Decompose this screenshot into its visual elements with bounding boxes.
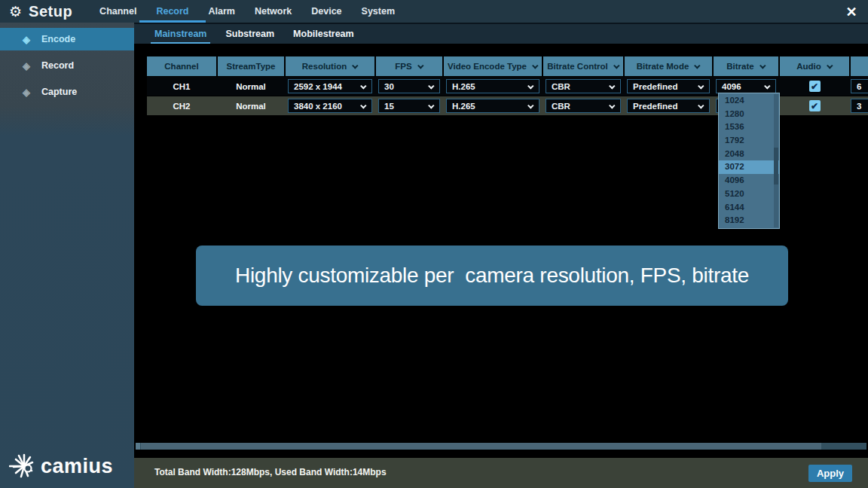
nav-item-alarm[interactable]: Alarm — [209, 0, 235, 23]
chevron-down-icon — [428, 83, 434, 89]
bitrate-option-selected[interactable]: 3072 — [719, 160, 779, 174]
bitrate-option[interactable]: 5120 — [719, 188, 779, 201]
setup-window: ⚙ Setup Channel Record Alarm Network Dev… — [0, 0, 868, 488]
top-navigation: Channel Record Alarm Network Device Syst… — [99, 0, 395, 23]
chevron-down-icon — [527, 102, 533, 108]
bitrate-option[interactable]: 4096 — [719, 174, 779, 188]
info-banner: Highly customizable per camera resolutio… — [196, 246, 788, 306]
header-streamtype: StreamType — [218, 56, 284, 76]
streamtype-label: Normal — [218, 96, 284, 115]
nav-item-system[interactable]: System — [362, 0, 395, 23]
header-iframe-cut: I — [851, 56, 868, 76]
bottom-bar: Total Band Width:128Mbps, Used Band Widt… — [134, 458, 868, 488]
encode-icon: ◈ — [23, 35, 30, 44]
gear-icon: ⚙ — [9, 5, 22, 19]
chevron-down-icon — [698, 102, 704, 108]
chevron-down-icon — [609, 102, 615, 108]
chevron-down-icon — [352, 63, 358, 69]
bitrate-option[interactable]: 2048 — [719, 148, 779, 161]
chevron-down-icon — [360, 83, 366, 89]
brand-name: camius — [41, 455, 113, 478]
chevron-down-icon — [760, 63, 766, 69]
top-bar: ⚙ Setup Channel Record Alarm Network Dev… — [0, 0, 868, 23]
bitrate-select[interactable]: 4096 — [716, 79, 776, 93]
bitrate-control-select[interactable]: CBR — [546, 79, 621, 93]
bitrate-mode-select[interactable]: Predefined — [627, 79, 710, 93]
bitrate-option[interactable]: 1280 — [719, 108, 779, 121]
sidebar: ◈ Encode ◈ Record ◈ Capture — [0, 23, 134, 488]
chevron-down-icon — [764, 83, 770, 89]
audio-checkbox[interactable]: ✔ — [809, 81, 821, 92]
banner-text: Highly customizable per camera resolutio… — [235, 264, 749, 288]
dropdown-scrollbar[interactable] — [774, 94, 778, 227]
chevron-down-icon — [609, 83, 615, 89]
horizontal-scrollbar-thumb[interactable] — [141, 443, 821, 450]
video-encode-type-select[interactable]: H.265 — [446, 79, 539, 93]
starburst-icon — [9, 450, 39, 482]
scrollbar-left-cap — [136, 443, 140, 450]
iframe-select-cut[interactable]: 3 — [851, 99, 868, 113]
tab-mobilestream[interactable]: Mobilestream — [289, 24, 358, 44]
chevron-down-icon — [527, 83, 533, 89]
nav-item-network[interactable]: Network — [255, 0, 292, 23]
sidebar-item-label: Capture — [41, 87, 77, 97]
bitrate-control-select[interactable]: CBR — [546, 99, 621, 113]
bitrate-option[interactable]: 1024 — [719, 94, 779, 108]
fps-select[interactable]: 30 — [378, 79, 440, 93]
check-icon: ✔ — [811, 102, 818, 111]
header-fps[interactable]: FPS — [376, 56, 442, 76]
chevron-down-icon — [532, 63, 538, 69]
tab-mainstream[interactable]: Mainstream — [151, 24, 210, 44]
table-header-row: Channel StreamType Resolution FPS Video … — [147, 56, 868, 76]
bitrate-dropdown-list: 1024 1280 1536 1792 2048 3072 4096 5120 … — [718, 93, 780, 229]
nav-item-channel[interactable]: Channel — [99, 0, 136, 23]
audio-checkbox[interactable]: ✔ — [809, 100, 821, 111]
sidebar-item-record[interactable]: ◈ Record — [0, 54, 134, 77]
resolution-select[interactable]: 2592 x 1944 — [288, 79, 372, 93]
check-icon: ✔ — [811, 82, 818, 91]
header-channel: Channel — [147, 56, 216, 76]
nav-item-device[interactable]: Device — [311, 0, 341, 23]
bitrate-option[interactable]: 1792 — [719, 134, 779, 148]
header-audio[interactable]: Audio — [780, 56, 849, 76]
header-video-encode-type[interactable]: Video Encode Type — [444, 56, 542, 76]
video-encode-type-select[interactable]: H.265 — [446, 99, 539, 113]
stream-tabs: Mainstream Substream Mobilestream — [134, 23, 868, 44]
capture-icon: ◈ — [23, 87, 30, 97]
chevron-down-icon — [428, 102, 434, 108]
streamtype-label: Normal — [218, 77, 284, 96]
bitrate-option[interactable]: 1536 — [719, 120, 779, 134]
bandwidth-status: Total Band Width:128Mbps, Used Band Widt… — [154, 467, 387, 477]
header-bitrate-mode[interactable]: Bitrate Mode — [625, 56, 712, 76]
horizontal-scrollbar[interactable] — [136, 443, 866, 450]
bitrate-option[interactable]: 6144 — [719, 201, 779, 215]
chevron-down-icon — [417, 63, 423, 69]
sidebar-item-label: Record — [41, 60, 74, 71]
record-icon: ◈ — [23, 61, 30, 71]
tab-substream[interactable]: Substream — [222, 24, 278, 44]
sidebar-item-capture[interactable]: ◈ Capture — [0, 81, 134, 103]
channel-label: CH1 — [147, 77, 216, 96]
close-icon[interactable]: ✕ — [842, 3, 860, 21]
chevron-down-icon — [613, 63, 619, 69]
apply-button[interactable]: Apply — [808, 465, 852, 482]
bitrate-option[interactable]: 8192 — [719, 214, 779, 227]
dropdown-scrollbar-thumb[interactable] — [774, 148, 778, 185]
header-bitrate[interactable]: Bitrate — [714, 56, 778, 76]
chevron-down-icon — [694, 63, 700, 69]
nav-item-record[interactable]: Record — [156, 0, 188, 23]
channel-label: CH2 — [147, 96, 216, 115]
fps-select[interactable]: 15 — [378, 99, 440, 113]
header-bitrate-control[interactable]: Bitrate Control — [543, 56, 623, 76]
chevron-down-icon — [698, 83, 704, 89]
sidebar-item-encode[interactable]: ◈ Encode — [0, 28, 134, 50]
iframe-select-cut[interactable]: 6 — [851, 79, 868, 93]
resolution-select[interactable]: 3840 x 2160 — [288, 99, 372, 113]
content-area: Mainstream Substream Mobilestream Channe… — [134, 23, 868, 488]
page-title: Setup — [29, 3, 72, 20]
chevron-down-icon — [360, 102, 366, 108]
bitrate-mode-select[interactable]: Predefined — [627, 99, 710, 113]
brand-logo: camius — [9, 450, 113, 482]
header-resolution[interactable]: Resolution — [286, 56, 374, 76]
sidebar-item-label: Encode — [41, 34, 75, 44]
